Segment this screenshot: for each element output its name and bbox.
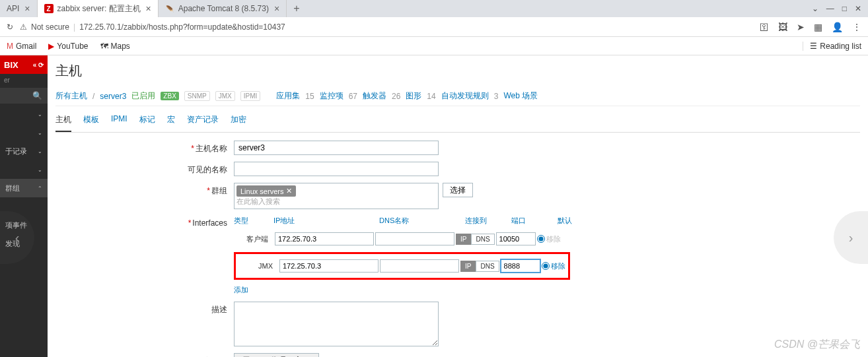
- tab-tags[interactable]: 标记: [139, 112, 155, 132]
- interface-row-jmx: JMX IP DNS 移除: [238, 258, 565, 274]
- remove-tag-icon[interactable]: ✕: [286, 187, 292, 195]
- visible-name-input[interactable]: [234, 162, 439, 176]
- breadcrumb: 所有主机 / server3 已启用 ZBX SNMP JMX IPMI 应用集…: [55, 86, 860, 106]
- tab-zabbix[interactable]: Z zabbix server: 配置主机 ×: [38, 0, 159, 17]
- send-icon[interactable]: ➤: [797, 22, 805, 32]
- nav-web[interactable]: Web 场景: [503, 90, 538, 102]
- group-tag: Linux servers ✕: [236, 185, 296, 197]
- jmx-remove-link[interactable]: 移除: [551, 261, 565, 271]
- hostname-label: *主机名称: [55, 141, 234, 154]
- bookmarks-bar: MGmail ▶YouTube 🗺Maps ☰Reading list: [0, 37, 868, 55]
- logo[interactable]: BIX « ⟳: [0, 55, 48, 74]
- tab-ipmi[interactable]: IPMI: [111, 112, 127, 132]
- security-icon[interactable]: ⚠: [20, 22, 27, 32]
- nav-graphs[interactable]: 图形: [406, 90, 421, 102]
- jmx-dns-input[interactable]: [380, 259, 459, 273]
- translate-icon[interactable]: 🖾: [778, 22, 787, 32]
- sidebar-item-9[interactable]: [0, 271, 48, 290]
- col-default: 默认: [558, 216, 577, 226]
- nav-applications[interactable]: 应用集: [276, 90, 300, 102]
- menu-icon[interactable]: ⋮: [852, 22, 861, 32]
- interfaces-label: *Interfaces: [55, 216, 234, 228]
- sidebar-item-3[interactable]: ⌄: [0, 160, 48, 179]
- jmx-connect-toggle: IP DNS: [460, 261, 499, 272]
- nav-items[interactable]: 监控项: [320, 90, 344, 102]
- group-search-placeholder[interactable]: 在此输入搜索: [236, 197, 436, 207]
- hostname-input[interactable]: [234, 141, 439, 155]
- collapse-icon[interactable]: « ⟳: [33, 61, 44, 69]
- jmx-connect-dns[interactable]: DNS: [476, 261, 499, 272]
- url-text[interactable]: 172.25.70.1/zabbix/hosts.php?form=update…: [79, 22, 285, 32]
- sidebar-search[interactable]: 🔍: [0, 88, 48, 104]
- visible-name-label: 可见的名称: [55, 162, 234, 176]
- minimize-icon[interactable]: —: [826, 4, 834, 13]
- sidebar-item-1[interactable]: ⌄: [0, 123, 48, 142]
- zabbix-icon: Z: [44, 4, 54, 13]
- tab-encryption[interactable]: 加密: [231, 112, 246, 132]
- jmx-connect-ip[interactable]: IP: [460, 261, 476, 272]
- agent-connect-dns[interactable]: DNS: [471, 234, 494, 245]
- reading-list[interactable]: ☰Reading list: [803, 42, 861, 51]
- agent-dns-input[interactable]: [375, 232, 454, 245]
- badge-ipmi: IPMI: [240, 91, 261, 101]
- sidebar: BIX « ⟳ er 🔍 ⌄ ⌄ 于记录⌄ ⌄ 群组⌃ 项事件 发现: [0, 55, 48, 357]
- tab-tomcat[interactable]: 🪶 Apache Tomcat 8 (8.5.73) ×: [159, 0, 287, 17]
- iface-type-jmx: JMX: [238, 262, 278, 270]
- add-interface-link[interactable]: 添加: [234, 285, 248, 295]
- agent-connect-ip[interactable]: IP: [456, 234, 471, 245]
- description-label: 描述: [55, 302, 234, 315]
- breadcrumb-host[interactable]: server3: [100, 92, 126, 101]
- groups-label: *群组: [55, 183, 234, 197]
- security-label: Not secure: [31, 22, 69, 32]
- tab-inventory[interactable]: 资产记录: [187, 112, 219, 132]
- jmx-highlight: JMX IP DNS 移除: [234, 252, 570, 280]
- close-icon[interactable]: ×: [146, 3, 151, 14]
- choose-group-button[interactable]: 选择: [443, 183, 473, 197]
- bookmark-maps[interactable]: 🗺Maps: [100, 42, 130, 51]
- window-controls: ⌄ — □ ✕: [812, 4, 868, 13]
- proxy-select[interactable]: (无agent代理程序): [234, 353, 319, 357]
- jmx-port-input[interactable]: [501, 259, 540, 273]
- avatar-icon[interactable]: 👤: [832, 22, 843, 32]
- breadcrumb-all-hosts[interactable]: 所有主机: [55, 90, 87, 102]
- interface-row-agent: 客户端 IP DNS 移除: [234, 231, 561, 247]
- chevron-down-icon: ⌄: [38, 130, 42, 136]
- tab-macros[interactable]: 宏: [167, 112, 175, 132]
- agent-ip-input[interactable]: [275, 232, 374, 245]
- sidebar-item-0[interactable]: ⌄: [0, 105, 48, 123]
- badge-zbx: ZBX: [161, 92, 178, 100]
- badge-jmx: JMX: [215, 91, 235, 101]
- bookmark-gmail[interactable]: MGmail: [7, 42, 36, 51]
- agent-connect-toggle: IP DNS: [456, 234, 495, 245]
- chevron-down-icon: ⌄: [38, 112, 42, 117]
- agent-port-input[interactable]: [496, 232, 536, 245]
- description-textarea[interactable]: [234, 302, 439, 346]
- tab-host[interactable]: 主机: [55, 112, 71, 132]
- bookmark-youtube[interactable]: ▶YouTube: [48, 42, 88, 51]
- jmx-default-radio[interactable]: [542, 262, 550, 270]
- tab-api[interactable]: API ×: [0, 0, 38, 17]
- chevron-down-icon: ⌄: [38, 167, 42, 173]
- nav-triggers[interactable]: 触发器: [363, 90, 386, 102]
- col-dns: DNS名称: [379, 216, 465, 226]
- tomcat-icon: 🪶: [165, 4, 174, 13]
- key-icon[interactable]: ⚿: [760, 22, 769, 32]
- nav-discovery[interactable]: 自动发现规则: [441, 90, 489, 102]
- jmx-ip-input[interactable]: [279, 259, 379, 273]
- chevron-down-icon: ⌄: [38, 148, 42, 154]
- col-type: 类型: [234, 216, 273, 226]
- maximize-icon[interactable]: □: [842, 4, 847, 13]
- tab-templates[interactable]: 模板: [83, 112, 99, 132]
- sidebar-label: er: [0, 74, 48, 86]
- col-ip: IP地址: [273, 216, 379, 226]
- sidebar-item-4[interactable]: 群组⌃: [0, 179, 48, 197]
- close-icon[interactable]: ×: [274, 3, 279, 14]
- agent-default-radio[interactable]: [537, 235, 545, 243]
- reload-icon[interactable]: ↻: [7, 22, 13, 32]
- close-window-icon[interactable]: ✕: [855, 4, 861, 13]
- new-tab-button[interactable]: +: [287, 3, 306, 15]
- sidebar-item-2[interactable]: 于记录⌄: [0, 142, 48, 160]
- close-icon[interactable]: ×: [24, 3, 30, 14]
- extension-icon[interactable]: ▦: [814, 22, 822, 32]
- expand-icon[interactable]: ⌄: [812, 4, 818, 13]
